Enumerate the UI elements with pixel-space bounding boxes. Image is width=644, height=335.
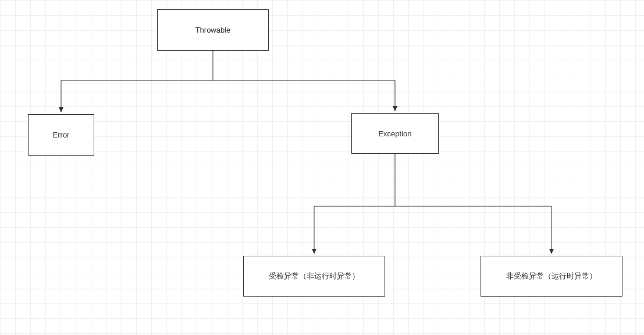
node-unchecked-label: 非受检异常（运行时异常） <box>506 271 597 281</box>
node-checked-exception: 受检异常（非运行时异常） <box>243 256 385 297</box>
node-unchecked-exception: 非受检异常（运行时异常） <box>481 256 622 297</box>
node-throwable: Throwable <box>157 9 269 51</box>
node-exception-label: Exception <box>378 129 411 138</box>
node-throwable-label: Throwable <box>195 26 231 34</box>
node-error-label: Error <box>53 131 70 139</box>
node-exception: Exception <box>351 113 439 154</box>
node-error: Error <box>28 114 94 156</box>
node-checked-label: 受检异常（非运行时异常） <box>269 271 360 281</box>
